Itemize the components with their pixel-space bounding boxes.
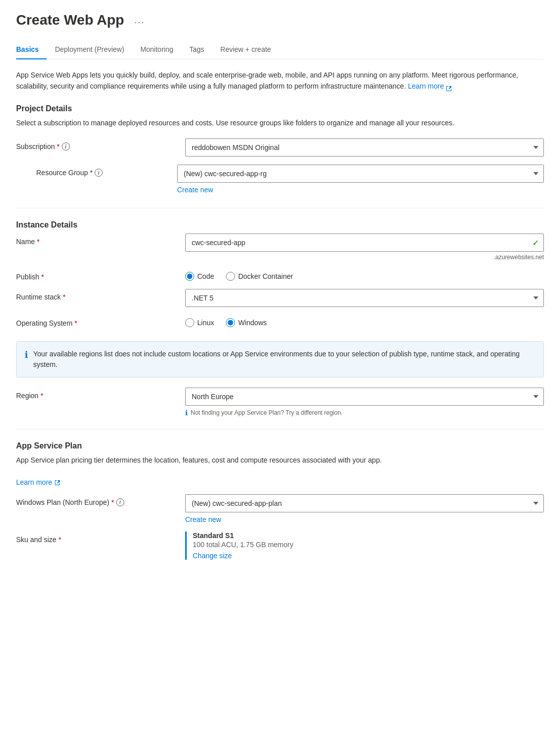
instance-details-title: Instance Details xyxy=(16,220,544,230)
name-row: Name * ✓ .azurewebsites.net xyxy=(16,234,544,261)
tab-tags[interactable]: Tags xyxy=(181,40,212,59)
resource-group-required: * xyxy=(90,169,93,177)
publish-label: Publish * xyxy=(16,269,177,281)
os-row: Operating System * Linux Windows xyxy=(16,315,544,327)
runtime-stack-required: * xyxy=(63,293,65,301)
os-label: Operating System * xyxy=(16,315,177,327)
runtime-stack-label: Runtime stack * xyxy=(16,289,177,301)
name-control: ✓ .azurewebsites.net xyxy=(185,234,544,261)
windows-plan-info-icon[interactable]: i xyxy=(116,498,124,506)
publish-code-radio[interactable] xyxy=(185,272,194,281)
runtime-stack-dropdown[interactable]: .NET 5 xyxy=(185,289,544,307)
os-linux-option[interactable]: Linux xyxy=(185,318,214,327)
windows-plan-control: (New) cwc-secured-app-plan Create new xyxy=(185,494,544,523)
app-service-external-link-icon xyxy=(54,479,60,485)
name-input[interactable] xyxy=(185,234,544,252)
os-windows-radio[interactable] xyxy=(226,318,235,327)
region-required: * xyxy=(40,392,43,400)
resource-group-label: Resource Group * i xyxy=(36,165,177,177)
subscription-required: * xyxy=(57,142,59,150)
name-check-icon: ✓ xyxy=(532,238,539,248)
app-service-plan-section: App Service Plan App Service plan pricin… xyxy=(16,441,544,559)
windows-plan-create-new-link[interactable]: Create new xyxy=(185,515,221,523)
sku-details: 100 total ACU, 1.75 GB memory xyxy=(193,541,544,549)
region-hint-icon: ℹ xyxy=(185,409,188,417)
description-learn-more-link[interactable]: Learn more xyxy=(408,81,452,92)
info-box: ℹ Your available regions list does not i… xyxy=(16,341,544,378)
app-service-plan-description: App Service plan pricing tier determines… xyxy=(16,455,544,466)
tab-review[interactable]: Review + create xyxy=(212,40,279,59)
publish-control: Code Docker Container xyxy=(185,269,544,281)
os-linux-radio[interactable] xyxy=(185,318,194,327)
subscription-info-icon[interactable]: i xyxy=(62,142,70,150)
resource-group-create-new-link[interactable]: Create new xyxy=(177,186,213,194)
project-details-description: Select a subscription to manage deployed… xyxy=(16,117,544,128)
name-label: Name * xyxy=(16,234,177,246)
divider-2 xyxy=(16,429,544,429)
region-control: North Europe ℹ Not finding your App Serv… xyxy=(185,388,544,417)
sku-label: Sku and size * xyxy=(16,532,177,544)
publish-code-option[interactable]: Code xyxy=(185,272,214,281)
ellipsis-button[interactable]: ... xyxy=(130,13,149,28)
info-box-text: Your available regions list does not inc… xyxy=(33,349,535,370)
windows-plan-required: * xyxy=(111,498,114,506)
publish-radio-group: Code Docker Container xyxy=(185,269,544,281)
region-label: Region * xyxy=(16,388,177,400)
windows-plan-dropdown[interactable]: (New) cwc-secured-app-plan xyxy=(185,494,544,512)
tab-bar: Basics Deployment (Preview) Monitoring T… xyxy=(16,40,544,59)
domain-suffix: .azurewebsites.net xyxy=(185,254,544,261)
sku-name: Standard S1 xyxy=(193,532,544,540)
app-service-plan-title: App Service Plan xyxy=(16,441,544,450)
publish-required: * xyxy=(41,273,44,281)
page-title: Create Web App xyxy=(16,12,124,28)
os-required: * xyxy=(74,319,77,327)
page-description: App Service Web Apps lets you quickly bu… xyxy=(16,69,544,92)
publish-docker-radio[interactable] xyxy=(226,272,235,281)
page-header: Create Web App ... xyxy=(16,12,544,28)
sku-control: Standard S1 100 total ACU, 1.75 GB memor… xyxy=(185,532,544,560)
subscription-row: Subscription * i reddobowen MSDN Origina… xyxy=(16,138,544,157)
resource-group-info-icon[interactable]: i xyxy=(95,169,103,177)
sku-required: * xyxy=(58,536,61,544)
windows-plan-row: Windows Plan (North Europe) * i (New) cw… xyxy=(16,494,544,523)
resource-group-dropdown[interactable]: (New) cwc-secured-app-rg xyxy=(177,165,544,183)
name-required: * xyxy=(37,238,39,246)
project-details-title: Project Details xyxy=(16,104,544,113)
windows-plan-label: Windows Plan (North Europe) * i xyxy=(16,494,177,506)
resource-group-control: (New) cwc-secured-app-rg Create new xyxy=(177,165,544,194)
subscription-control: reddobowen MSDN Original xyxy=(185,138,544,157)
subscription-dropdown[interactable]: reddobowen MSDN Original xyxy=(185,138,544,157)
app-service-plan-learn-more-link[interactable]: Learn more xyxy=(16,478,60,486)
project-details-section: Project Details Select a subscription to… xyxy=(16,104,544,194)
name-input-wrapper: ✓ xyxy=(185,234,544,252)
os-control: Linux Windows xyxy=(185,315,544,327)
os-windows-option[interactable]: Windows xyxy=(226,318,267,327)
tab-deployment[interactable]: Deployment (Preview) xyxy=(47,40,132,59)
subscription-label: Subscription * i xyxy=(16,138,177,150)
info-box-icon: ℹ xyxy=(25,349,28,360)
publish-row: Publish * Code Docker Container xyxy=(16,269,544,281)
publish-docker-option[interactable]: Docker Container xyxy=(226,272,293,281)
region-dropdown[interactable]: North Europe xyxy=(185,388,544,406)
region-row: Region * North Europe ℹ Not finding your… xyxy=(16,388,544,417)
sku-row: Sku and size * Standard S1 100 total ACU… xyxy=(16,532,544,560)
tab-basics[interactable]: Basics xyxy=(16,40,47,59)
tab-monitoring[interactable]: Monitoring xyxy=(132,40,181,59)
instance-details-section: Instance Details Name * ✓ .azurewebsites… xyxy=(16,220,544,327)
region-hint: ℹ Not finding your App Service Plan? Try… xyxy=(185,409,544,417)
external-link-icon xyxy=(446,84,452,90)
sku-value-container: Standard S1 100 total ACU, 1.75 GB memor… xyxy=(185,532,544,560)
divider-1 xyxy=(16,208,544,208)
os-radio-group: Linux Windows xyxy=(185,315,544,327)
resource-group-row: Resource Group * i (New) cwc-secured-app… xyxy=(16,165,544,194)
change-size-link[interactable]: Change size xyxy=(193,552,232,560)
runtime-stack-control: .NET 5 xyxy=(185,289,544,307)
runtime-stack-row: Runtime stack * .NET 5 xyxy=(16,289,544,307)
